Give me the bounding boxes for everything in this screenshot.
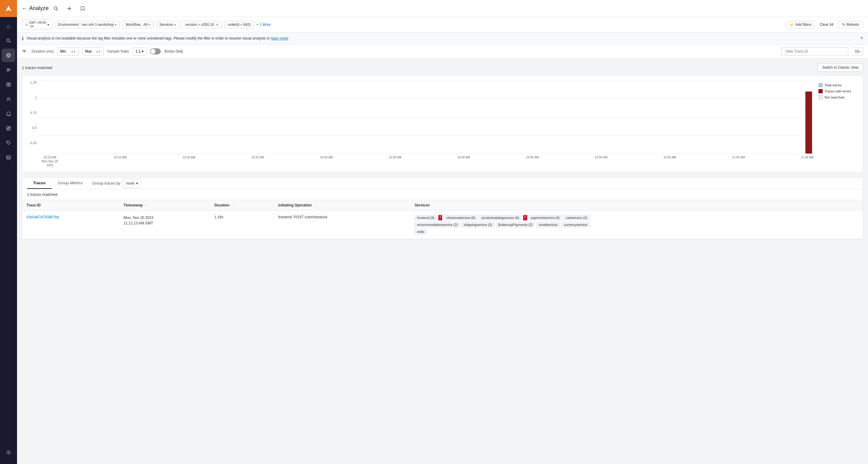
svg-point-19 (54, 7, 57, 9)
y-label-1: 1 (35, 96, 37, 99)
orderid-label: orderId = 842t (228, 23, 250, 27)
service-tag-productcatalog[interactable]: productcatalogservice (6) (479, 215, 522, 221)
back-button[interactable]: ← Analyze (22, 5, 49, 11)
top-bar: ← Analyze (17, 0, 868, 17)
sidebar-item-data[interactable] (2, 151, 15, 164)
service-tag-buttercup[interactable]: ButtercupPayments (2) (496, 222, 535, 227)
sidebar-item-settings[interactable] (2, 446, 15, 459)
orderid-filter-chip[interactable]: orderId = 842t (224, 21, 254, 28)
legend-swatch-not-searched (818, 95, 823, 99)
duration-min-input[interactable]: Min ▲▼ (57, 47, 79, 56)
services-filter-chip[interactable]: Services ▾ (156, 21, 179, 28)
page-title: Analyze (29, 5, 49, 11)
svg-point-16 (7, 142, 8, 143)
cell-trace-id: 43e0a67d743887bd (22, 211, 119, 239)
service-tag-email[interactable]: emailservice (536, 222, 560, 227)
legend-not-searched: Not searched (818, 95, 858, 99)
service-tag-cart[interactable]: cartservice (3) (563, 215, 590, 221)
clock-icon: ⊙ (25, 23, 28, 27)
controls-bar: Duration (ms) Min ▲▼ Max ▲▼ Sample Ratio… (17, 45, 868, 58)
chart-bars-area (42, 81, 814, 153)
svg-point-1 (7, 39, 9, 42)
environment-filter-chip[interactable]: Environment : rwc-s4r-1-workshop ▾ (55, 21, 120, 28)
chart-bar-main (805, 91, 812, 153)
clear-all-button[interactable]: Clear All (817, 21, 836, 28)
svg-rect-10 (9, 85, 10, 86)
sidebar-item-dashboards[interactable] (2, 122, 15, 135)
more-filters-button[interactable]: + 1 More (256, 23, 271, 27)
y-label-075: 0.75 (30, 111, 37, 115)
errors-only-toggle[interactable] (150, 48, 161, 54)
legend-label-error: Traces with errors (825, 89, 851, 93)
trace-id-input[interactable] (781, 47, 848, 56)
service-tag-payment[interactable]: paymentservice (4) (529, 215, 562, 221)
duration-max-input[interactable]: Max ▲▼ (82, 47, 104, 56)
bookmark-button[interactable] (78, 4, 88, 13)
splunk-logo[interactable] (0, 0, 17, 17)
tab-group-metrics[interactable]: Group Metrics (52, 178, 89, 189)
legend-label-total: Total traces (825, 83, 842, 87)
sample-ratio-select[interactable]: 1:1 ▾ (133, 47, 147, 56)
learn-more-link[interactable]: learn more (271, 36, 288, 40)
th-services: Services (410, 200, 863, 211)
refresh-button[interactable]: ↻ Refresh (838, 21, 863, 28)
y-label-025: 0.25 (30, 141, 37, 145)
sidebar-item-rum[interactable] (2, 92, 15, 106)
filter-icon: ⚡ (789, 23, 794, 27)
th-trace-id: Trace ID (22, 200, 119, 211)
chart-x-labels: 10:10 AMMon Nov 202023 10:15 AM 10:20 AM… (42, 155, 814, 167)
svg-rect-5 (7, 69, 11, 70)
go-button[interactable]: Go (852, 47, 863, 56)
trace-id-link[interactable]: 43e0a67d743887bd (26, 215, 59, 219)
sidebar-item-tags[interactable] (2, 136, 15, 150)
search-button[interactable] (51, 4, 61, 13)
legend-label-not-searched: Not searched (825, 95, 844, 99)
service-tag-currency[interactable]: currencyservice (561, 222, 590, 227)
filter-toggle-button[interactable] (22, 49, 27, 54)
group-by-select[interactable]: none ▾ (123, 179, 141, 188)
add-button[interactable] (64, 4, 74, 13)
error-badge-payment: ! (523, 215, 527, 221)
svg-rect-12 (7, 126, 8, 128)
alert-text: Visual analysis is not available because… (27, 35, 857, 41)
x-label-11: 11:05 AM (801, 155, 814, 167)
main-content: ← Analyze ⊙ GMT +00:00-1h ▾ Environment … (17, 0, 868, 464)
cell-timestamp: Mon, Nov 20 202311:11:13 AM GMT (119, 211, 210, 239)
sample-ratio-value: 1:1 (135, 49, 141, 54)
service-tag-redis[interactable]: redis (414, 229, 427, 234)
sidebar-item-infra[interactable] (2, 78, 15, 91)
tab-traces[interactable]: Traces (27, 178, 52, 189)
add-filters-button[interactable]: ⚡ Add filters (786, 21, 815, 29)
x-label-5: 10:35 AM (389, 155, 401, 167)
version-close-icon[interactable]: ✕ (216, 23, 219, 27)
service-tag-recommendation[interactable]: recommendationservice (2) (414, 222, 460, 227)
svg-rect-9 (7, 85, 8, 86)
sidebar-item-search[interactable] (2, 34, 15, 48)
version-filter-chip[interactable]: version = v350.10 ✕ (182, 21, 222, 28)
tabs-bar: Traces Group Metrics Group traces by non… (22, 178, 863, 189)
service-tag-shipping[interactable]: shippingservice (2) (461, 222, 494, 227)
legend-total-traces: Total traces (818, 83, 858, 87)
service-tag-frontend[interactable]: frontend (9) (414, 215, 437, 221)
th-timestamp[interactable]: Timestamp ↓ (119, 200, 210, 211)
switch-classic-view-button[interactable]: Switch to Classic View (817, 63, 863, 72)
x-label-4: 10:30 AM (320, 155, 333, 167)
alert-close-button[interactable]: × (860, 35, 863, 40)
cell-initiating-op: frontend: POST /cart/checkout (274, 211, 411, 239)
sidebar: ⌂ (0, 0, 17, 464)
legend-swatch-error (818, 89, 823, 93)
x-label-7: 10:45 AM (526, 155, 539, 167)
workflow-filter-chip[interactable]: Workflow : All ▾ (122, 21, 153, 28)
services-label: Services (159, 23, 173, 27)
sidebar-item-home[interactable]: ⌂ (2, 20, 15, 33)
service-tag-checkout[interactable]: checkoutservice (8) (444, 215, 477, 221)
time-filter-chip[interactable]: ⊙ GMT +00:00-1h ▾ (22, 20, 53, 30)
min-arrows-icon: ▲▼ (71, 50, 76, 53)
y-label-05: 0.5 (32, 126, 37, 129)
sidebar-item-alerts[interactable] (2, 107, 15, 120)
sidebar-item-apm[interactable] (2, 49, 15, 62)
sidebar-item-logs[interactable] (2, 63, 15, 77)
sidebar-bottom (2, 443, 15, 464)
th-duration[interactable]: Duration ↕ (210, 200, 274, 211)
svg-rect-6 (7, 71, 9, 71)
